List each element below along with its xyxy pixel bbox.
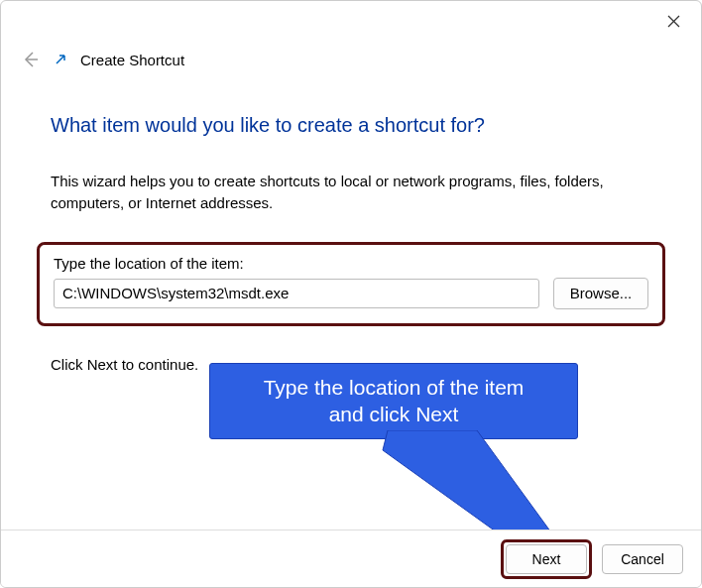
back-button[interactable] <box>19 49 41 70</box>
close-button[interactable] <box>657 5 689 37</box>
location-label: Type the location of the item: <box>54 255 648 272</box>
header-row: Create Shortcut <box>1 41 701 86</box>
callout-text-line1: Type the location of the item <box>222 374 565 401</box>
titlebar <box>1 1 701 41</box>
main-heading: What item would you like to create a sho… <box>51 114 651 137</box>
cancel-button[interactable]: Cancel <box>602 544 683 574</box>
next-button[interactable]: Next <box>506 544 587 574</box>
callout-text-line2: and click Next <box>222 401 565 427</box>
browse-button[interactable]: Browse... <box>553 278 648 309</box>
next-button-highlight: Next <box>501 539 592 579</box>
location-highlight-box: Type the location of the item: Browse... <box>37 242 665 326</box>
svg-marker-3 <box>383 430 556 539</box>
annotation-callout: Type the location of the item and click … <box>209 363 578 439</box>
back-arrow-icon <box>21 51 39 68</box>
content-area: What item would you like to create a sho… <box>1 114 701 373</box>
shortcut-icon <box>53 52 68 67</box>
wizard-title: Create Shortcut <box>80 52 184 68</box>
location-input-row: Browse... <box>54 278 648 309</box>
close-icon <box>667 15 680 28</box>
location-input[interactable] <box>54 279 539 308</box>
callout-box: Type the location of the item and click … <box>209 363 578 439</box>
wizard-description: This wizard helps you to create shortcut… <box>51 171 651 214</box>
footer-button-row: Next Cancel <box>1 529 701 587</box>
